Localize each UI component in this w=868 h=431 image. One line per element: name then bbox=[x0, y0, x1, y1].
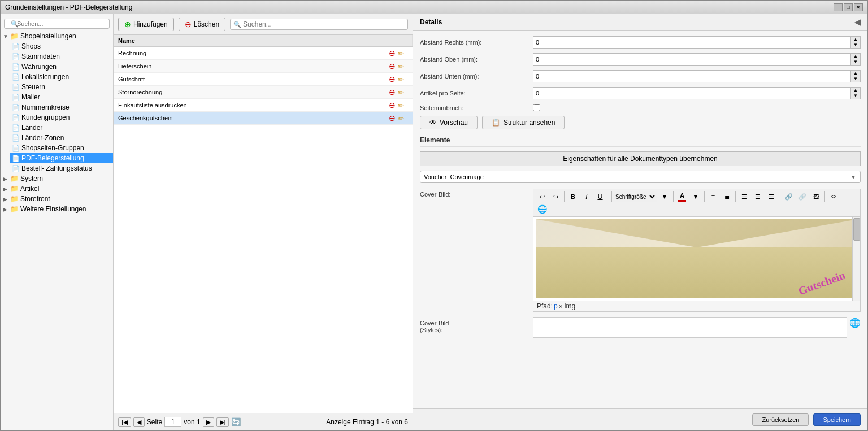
pagination-first[interactable]: |◀ bbox=[118, 417, 131, 427]
fullscreen-button[interactable]: ⛶ bbox=[841, 191, 853, 202]
row-edit-button[interactable]: ✏ bbox=[398, 75, 404, 84]
table-row[interactable]: Geschenkgutschein⊖✏ bbox=[114, 112, 413, 125]
align-right-button[interactable]: ☰ bbox=[765, 191, 778, 202]
list-ol-button[interactable]: ≣ bbox=[721, 191, 733, 202]
spin-down-button[interactable]: ▼ bbox=[851, 59, 860, 65]
spin-up-button[interactable]: ▲ bbox=[851, 88, 860, 93]
sidebar-item-stammdaten[interactable]: 📄 Stammdaten bbox=[10, 51, 113, 62]
cover-bild-editor-area[interactable]: Gutschein bbox=[533, 216, 861, 301]
maximize-button[interactable]: □ bbox=[844, 3, 853, 11]
sidebar-item-mailer[interactable]: 📄 Mailer bbox=[10, 92, 113, 102]
path-p-link[interactable]: p bbox=[554, 302, 558, 310]
row-edit-button[interactable]: ✏ bbox=[398, 88, 404, 97]
row-edit-button[interactable]: ✏ bbox=[398, 114, 404, 123]
spin-up-button[interactable]: ▲ bbox=[851, 54, 860, 59]
font-color-arrow-button[interactable]: ▼ bbox=[689, 191, 702, 202]
font-size-arrow-button[interactable]: ▼ bbox=[658, 191, 671, 202]
delete-button[interactable]: ⊖ Löschen bbox=[179, 18, 225, 31]
struktur-button[interactable]: 📋 Struktur ansehen bbox=[482, 116, 565, 129]
preview-button[interactable]: 👁 Vorschau bbox=[420, 116, 478, 129]
table-row[interactable]: Einkaufsliste ausdrucken⊖✏ bbox=[114, 99, 413, 112]
bold-button[interactable]: B bbox=[567, 191, 579, 202]
row-delete-button[interactable]: ⊖ bbox=[389, 88, 396, 97]
row-edit-button[interactable]: ✏ bbox=[398, 62, 404, 71]
align-left-button[interactable]: ☰ bbox=[738, 191, 750, 202]
undo-button[interactable]: ↩ bbox=[536, 191, 548, 202]
sidebar-item-laender[interactable]: 📄 Länder bbox=[10, 123, 113, 133]
unlink-button[interactable]: 🔗 bbox=[796, 191, 809, 202]
artikel-pro-seite-field[interactable] bbox=[533, 89, 850, 98]
group-label: System bbox=[20, 175, 43, 182]
spin-up-button[interactable]: ▲ bbox=[851, 37, 860, 42]
row-delete-button[interactable]: ⊖ bbox=[389, 114, 396, 123]
editor-scrollbar[interactable] bbox=[852, 217, 860, 301]
row-delete-button[interactable]: ⊖ bbox=[389, 101, 396, 110]
close-button[interactable]: ✕ bbox=[854, 3, 863, 11]
sidebar-item-steuern[interactable]: 📄 Steuern bbox=[10, 82, 113, 92]
collapse-button[interactable]: ◀ bbox=[854, 18, 861, 27]
middle-search-input[interactable] bbox=[230, 19, 408, 30]
sidebar-item-shopseiten-gruppen[interactable]: 📄 Shopseiten-Gruppen bbox=[10, 143, 113, 153]
row-edit-button[interactable]: ✏ bbox=[398, 49, 404, 58]
link-button[interactable]: 🔗 bbox=[783, 191, 795, 202]
table-row[interactable]: Stornorechnung⊖✏ bbox=[114, 86, 413, 99]
font-color-button[interactable]: A bbox=[676, 191, 688, 202]
seitenumbruch-checkbox[interactable] bbox=[533, 104, 540, 111]
abstand-unten-field[interactable] bbox=[533, 72, 850, 81]
source-button[interactable]: <> bbox=[827, 191, 840, 202]
sidebar-item-waehrungen[interactable]: 📄 Währungen bbox=[10, 62, 113, 72]
sidebar-item-lokalisierungen[interactable]: 📄 Lokalisierungen bbox=[10, 72, 113, 82]
row-delete-button[interactable]: ⊖ bbox=[389, 62, 396, 71]
expand-icon: ▼ bbox=[3, 33, 8, 40]
expand-icon: ▶ bbox=[3, 196, 8, 202]
spin-down-button[interactable]: ▼ bbox=[851, 93, 860, 99]
italic-button[interactable]: I bbox=[580, 191, 593, 202]
document-type-dropdown[interactable]: Voucher_Coverimage bbox=[420, 171, 861, 183]
table-row[interactable]: Gutschrift⊖✏ bbox=[114, 73, 413, 86]
sidebar-search-input[interactable] bbox=[4, 19, 110, 29]
font-size-select[interactable]: Schriftgröße bbox=[611, 191, 657, 202]
styles-textarea[interactable] bbox=[533, 317, 847, 338]
table-header-actions bbox=[384, 35, 413, 47]
sidebar-item-bestell-zahlungsstatus[interactable]: 📄 Bestell- Zahlungsstatus bbox=[10, 163, 113, 173]
globe-icon[interactable]: 🌐 bbox=[849, 317, 861, 328]
sidebar-item-pdf-belegerstellung[interactable]: 📄 PDF-Belegerstellung bbox=[10, 153, 113, 163]
refresh-button[interactable]: 🔄 bbox=[231, 417, 241, 426]
add-button[interactable]: ⊕ Hinzufügen bbox=[118, 18, 174, 31]
spin-up-button[interactable]: ▲ bbox=[851, 71, 860, 76]
image-button[interactable]: 🖼 bbox=[810, 191, 822, 202]
save-button[interactable]: Speichern bbox=[813, 413, 861, 426]
sidebar-group-artikel[interactable]: ▶ 📁 Artikel bbox=[1, 184, 113, 194]
row-delete-button[interactable]: ⊖ bbox=[389, 75, 396, 84]
globe-button[interactable]: 🌐 bbox=[536, 203, 548, 215]
pagination-last[interactable]: ▶| bbox=[216, 417, 229, 427]
align-center-button[interactable]: ☰ bbox=[752, 191, 764, 202]
table-row[interactable]: Rechnung⊖✏ bbox=[114, 47, 413, 60]
sidebar-group-weitere[interactable]: ▶ 📁 Weitere Einstellungen bbox=[1, 204, 113, 214]
list-ul-button[interactable]: ≡ bbox=[707, 191, 719, 202]
sidebar-item-nummernkreise[interactable]: 📄 Nummernkreise bbox=[10, 102, 113, 112]
row-edit-button[interactable]: ✏ bbox=[398, 101, 404, 110]
sidebar-item-kundengruppen[interactable]: 📄 Kundengruppen bbox=[10, 112, 113, 123]
underline-button[interactable]: U bbox=[594, 191, 606, 202]
table-row[interactable]: Lieferschein⊖✏ bbox=[114, 60, 413, 73]
reset-button[interactable]: Zurücksetzen bbox=[752, 413, 809, 426]
sidebar-group-shopeinstellungen[interactable]: ▼ 📁 Shopeinstellungen bbox=[1, 31, 113, 41]
sidebar-group-system[interactable]: ▶ 📁 System bbox=[1, 173, 113, 184]
abstand-rechts-field[interactable] bbox=[533, 38, 850, 47]
bottom-bar: Zurücksetzen Speichern bbox=[413, 408, 867, 430]
details-content: Abstand Rechts (mm): ▲ ▼ Abstand Oben bbox=[413, 31, 867, 348]
spin-down-button[interactable]: ▼ bbox=[851, 76, 860, 82]
sidebar-group-storefront[interactable]: ▶ 📁 Storefront bbox=[1, 194, 113, 204]
spin-down-button[interactable]: ▼ bbox=[851, 42, 860, 48]
redo-button[interactable]: ↪ bbox=[549, 191, 562, 202]
pagination-page-input[interactable] bbox=[164, 417, 181, 427]
sidebar-item-laender-zonen[interactable]: 📄 Länder-Zonen bbox=[10, 133, 113, 143]
pagination-next[interactable]: ▶ bbox=[203, 417, 214, 427]
abstand-oben-field[interactable] bbox=[533, 55, 850, 64]
pagination-prev[interactable]: ◀ bbox=[133, 417, 145, 427]
row-delete-button[interactable]: ⊖ bbox=[389, 49, 396, 58]
minimize-button[interactable]: _ bbox=[834, 3, 843, 11]
copy-props-button[interactable]: Eigenschaften für alle Dokumenttypen übe… bbox=[420, 151, 861, 166]
sidebar-item-shops[interactable]: 📄 Shops bbox=[10, 41, 113, 51]
